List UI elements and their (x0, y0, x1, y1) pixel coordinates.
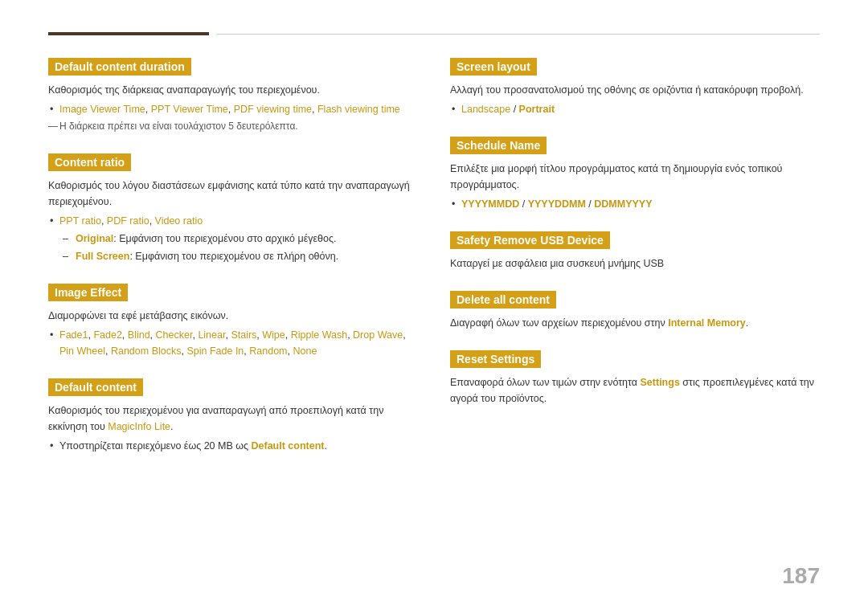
link-yyyyddmm[interactable]: YYYYDDMM (528, 198, 586, 210)
link-default-content[interactable]: Default content (252, 440, 325, 452)
section-title-content-ratio: Content ratio (48, 153, 131, 171)
link-ddmmyyyy[interactable]: DDMMYYYY (594, 198, 652, 210)
link-checker[interactable]: Checker (156, 329, 193, 341)
section-body-screen-layout: Αλλαγή του προσανατολισμού της οθόνης σε… (450, 82, 820, 117)
section-title-default-content-duration: Default content duration (48, 58, 191, 76)
link-settings[interactable]: Settings (641, 377, 680, 388)
link-yyyymmdd[interactable]: YYYYMMDD (461, 198, 519, 210)
section-body-default-content: Καθορισμός του περιεχομένου για αναπαραγ… (48, 403, 418, 454)
section-title-reset-settings: Reset Settings (450, 350, 541, 368)
section-body-reset-settings: Επαναφορά όλων των τιμών στην ενότητα Se… (450, 374, 820, 407)
page-container: Default content duration Καθορισμός της … (0, 0, 868, 521)
body-text-span: Επαναφορά όλων των τιμών στην ενότητα (450, 377, 641, 388)
link-flash-viewing-time[interactable]: Flash viewing time (317, 104, 400, 115)
link-landscape[interactable]: Landscape (461, 104, 510, 115)
section-title-default-content: Default content (48, 378, 143, 396)
link-fade1[interactable]: Fade1 (59, 329, 88, 341)
body-text: Αλλαγή του προσανατολισμού της οθόνης σε… (450, 82, 820, 98)
section-schedule-name: Schedule Name Επιλέξτε μια μορφή τίτλου … (450, 137, 820, 212)
list-item-layout: Landscape / Portrait (450, 101, 820, 117)
list-item-schedule: YYYYMMDD / YYYYDDMM / DDMMYYYY (450, 196, 820, 212)
body-text: Καθορισμός του λόγου διαστάσεων εμφάνιση… (48, 178, 418, 210)
bullet-list: YYYYMMDD / YYYYDDMM / DDMMYYYY (450, 196, 820, 212)
body-text: Καθορισμός της διάρκειας αναπαραγωγής το… (48, 82, 418, 98)
list-item: Image Viewer Time, PPT Viewer Time, PDF … (48, 101, 418, 117)
note-text: Η διάρκεια πρέπει να είναι τουλάχιστον 5… (48, 119, 418, 134)
body-text: Διαγραφή όλων των αρχείων περιεχομένου σ… (450, 315, 820, 331)
section-title-screen-layout: Screen layout (450, 58, 537, 76)
link-random-blocks[interactable]: Random Blocks (111, 345, 182, 357)
bullet-list: Fade1, Fade2, Blind, Checker, Linear, St… (48, 327, 418, 359)
link-blind[interactable]: Blind (128, 329, 150, 341)
list-item: PPT ratio, PDF ratio, Video ratio (48, 213, 418, 229)
section-default-content-duration: Default content duration Καθορισμός της … (48, 58, 418, 134)
section-safety-remove-usb: Safety Remove USB Device Καταργεί με ασφ… (450, 231, 820, 272)
list-item-original: Original: Εμφάνιση του περιεχομένου στο … (63, 231, 418, 247)
top-rule-left (48, 32, 209, 35)
link-wipe[interactable]: Wipe (262, 329, 285, 341)
bullet-list: PPT ratio, PDF ratio, Video ratio (48, 213, 418, 229)
section-title-safety-remove-usb: Safety Remove USB Device (450, 231, 610, 249)
section-body-schedule-name: Επιλέξτε μια μορφή τίτλου προγράμματος κ… (450, 161, 820, 212)
body-after: . (746, 317, 748, 329)
body-text: Επαναφορά όλων των τιμών στην ενότητα Se… (450, 374, 820, 407)
top-rule (48, 32, 820, 35)
link-image-viewer-time[interactable]: Image Viewer Time (59, 104, 145, 115)
dash-list: Original: Εμφάνιση του περιεχομένου στο … (48, 231, 418, 264)
body-text: Διαμορφώνει τα εφέ μετάβασης εικόνων. (48, 308, 418, 324)
section-reset-settings: Reset Settings Επαναφορά όλων των τιμών … (450, 350, 820, 407)
link-spin-fade-in[interactable]: Spin Fade In (186, 345, 244, 357)
list-item-default-content: Υποστηρίζεται περιεχόμενο έως 20 MB ως D… (48, 438, 418, 454)
section-title-schedule-name: Schedule Name (450, 137, 547, 154)
link-portrait[interactable]: Portrait (519, 104, 555, 115)
link-internal-memory[interactable]: Internal Memory (668, 317, 746, 329)
link-pdf-viewing-time[interactable]: PDF viewing time (234, 104, 312, 115)
link-video-ratio[interactable]: Video ratio (155, 215, 203, 227)
bullet-list: Image Viewer Time, PPT Viewer Time, PDF … (48, 101, 418, 117)
link-ppt-ratio[interactable]: PPT ratio (59, 215, 101, 227)
top-rule-right (217, 34, 820, 35)
section-body-content-ratio: Καθορισμός του λόγου διαστάσεων εμφάνιση… (48, 178, 418, 264)
link-ppt-viewer-time[interactable]: PPT Viewer Time (151, 104, 228, 115)
page-number: 187 (782, 563, 820, 589)
link-fullscreen[interactable]: Full Screen (76, 251, 129, 262)
link-linear[interactable]: Linear (198, 329, 225, 341)
bullet-list: Landscape / Portrait (450, 101, 820, 117)
section-screen-layout: Screen layout Αλλαγή του προσανατολισμού… (450, 58, 820, 117)
list-item-effects: Fade1, Fade2, Blind, Checker, Linear, St… (48, 327, 418, 359)
body-text: Καθορισμός του περιεχομένου για αναπαραγ… (48, 403, 418, 435)
body-text: Καταργεί με ασφάλεια μια συσκευή μνήμης … (450, 255, 820, 272)
link-magicinfo[interactable]: MagicInfo Lite (108, 421, 170, 432)
link-pin-wheel[interactable]: Pin Wheel (59, 345, 105, 357)
link-ripple-wash[interactable]: Ripple Wash (291, 329, 347, 341)
section-title-image-effect: Image Effect (48, 284, 128, 301)
link-pdf-ratio[interactable]: PDF ratio (107, 215, 149, 227)
link-random[interactable]: Random (249, 345, 287, 357)
right-column: Screen layout Αλλαγή του προσανατολισμού… (450, 58, 820, 473)
bullet-list: Υποστηρίζεται περιεχόμενο έως 20 MB ως D… (48, 438, 418, 454)
section-image-effect: Image Effect Διαμορφώνει τα εφέ μετάβαση… (48, 284, 418, 359)
section-title-delete-all-content: Delete all content (450, 291, 556, 309)
section-body-safety-remove-usb: Καταργεί με ασφάλεια μια συσκευή μνήμης … (450, 255, 820, 272)
section-delete-all-content: Delete all content Διαγραφή όλων των αρχ… (450, 291, 820, 331)
section-body-delete-all-content: Διαγραφή όλων των αρχείων περιεχομένου σ… (450, 315, 820, 331)
left-column: Default content duration Καθορισμός της … (48, 58, 418, 473)
body-text-span: Διαγραφή όλων των αρχείων περιεχομένου σ… (450, 317, 668, 329)
link-original[interactable]: Original (76, 233, 113, 244)
list-item-fullscreen: Full Screen: Εμφάνιση του περιεχομένου σ… (63, 248, 418, 264)
two-col-layout: Default content duration Καθορισμός της … (48, 58, 820, 473)
section-body-image-effect: Διαμορφώνει τα εφέ μετάβασης εικόνων. Fa… (48, 308, 418, 359)
link-drop-wave[interactable]: Drop Wave (353, 329, 403, 341)
section-body-default-content-duration: Καθορισμός της διάρκειας αναπαραγωγής το… (48, 82, 418, 134)
body-text-span: Καθορισμός του περιεχομένου για αναπαραγ… (48, 405, 383, 432)
body-text: Επιλέξτε μια μορφή τίτλου προγράμματος κ… (450, 161, 820, 193)
section-default-content: Default content Καθορισμός του περιεχομέ… (48, 378, 418, 454)
link-none[interactable]: None (293, 345, 317, 357)
section-content-ratio: Content ratio Καθορισμός του λόγου διαστ… (48, 153, 418, 264)
link-stairs[interactable]: Stairs (231, 329, 256, 341)
link-fade2[interactable]: Fade2 (93, 329, 121, 341)
